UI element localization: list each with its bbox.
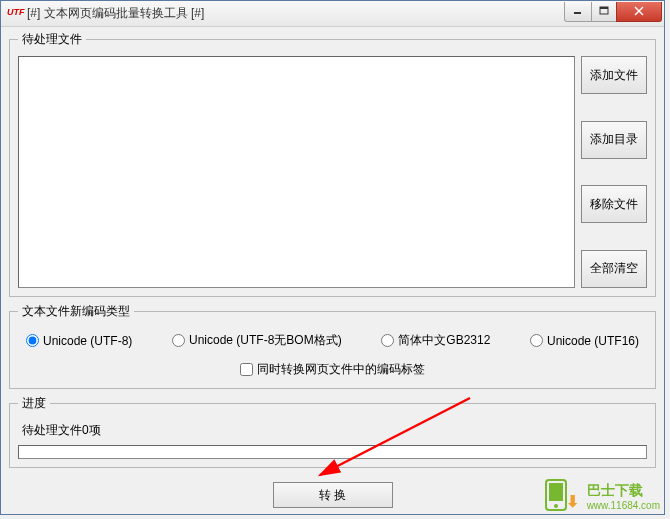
radio-gb2312-label: 简体中文GB2312 [398,332,490,349]
radio-utf8-input[interactable] [26,334,39,347]
convert-button[interactable]: 转 换 [273,482,393,508]
close-button[interactable] [616,2,662,22]
encoding-group: 文本文件新编码类型 Unicode (UTF-8) Unicode (UTF-8… [9,303,656,389]
radio-gb2312-input[interactable] [381,334,394,347]
window-title: [#] 文本网页编码批量转换工具 [#] [27,5,565,22]
radio-utf8-label: Unicode (UTF-8) [43,334,132,348]
file-listbox[interactable] [18,56,575,288]
files-group-label: 待处理文件 [18,31,86,48]
encoding-radios-row: Unicode (UTF-8) Unicode (UTF-8无BOM格式) 简体… [18,328,647,353]
watermark: ⬇ 巴士下载 www.11684.com [541,479,660,513]
clear-all-button[interactable]: 全部清空 [581,250,647,288]
progress-group: 进度 待处理文件0项 [9,395,656,468]
content-area: 待处理文件 添加文件 添加目录 移除文件 全部清空 文本文件新编码类型 Unic… [1,27,664,516]
progress-group-label: 进度 [18,395,50,412]
watermark-name: 巴士下载 [587,482,660,500]
convert-html-tag-label: 同时转换网页文件中的编码标签 [257,361,425,378]
file-buttons-column: 添加文件 添加目录 移除文件 全部清空 [581,56,647,288]
files-group: 待处理文件 添加文件 添加目录 移除文件 全部清空 [9,31,656,297]
minimize-button[interactable] [564,2,592,22]
radio-utf8[interactable]: Unicode (UTF-8) [26,334,132,348]
watermark-url: www.11684.com [587,500,660,511]
add-dir-button[interactable]: 添加目录 [581,121,647,159]
progress-bar [18,445,647,459]
checkbox-row: 同时转换网页文件中的编码标签 [18,353,647,380]
remove-file-button[interactable]: 移除文件 [581,185,647,223]
app-window: UTF [#] 文本网页编码批量转换工具 [#] 待处理文件 添加文件 添加目录… [0,0,665,515]
radio-gb2312[interactable]: 简体中文GB2312 [381,332,490,349]
encoding-group-label: 文本文件新编码类型 [18,303,134,320]
radio-utf8-nobom-input[interactable] [172,334,185,347]
app-icon: UTF [7,7,23,21]
radio-utf8-nobom[interactable]: Unicode (UTF-8无BOM格式) [172,332,342,349]
watermark-icon: ⬇ [541,479,581,513]
radio-utf8-nobom-label: Unicode (UTF-8无BOM格式) [189,332,342,349]
radio-utf16[interactable]: Unicode (UTF16) [530,334,639,348]
convert-html-tag-checkbox[interactable] [240,363,253,376]
titlebar[interactable]: UTF [#] 文本网页编码批量转换工具 [#] [1,1,664,27]
radio-utf16-label: Unicode (UTF16) [547,334,639,348]
radio-utf16-input[interactable] [530,334,543,347]
window-controls [565,2,662,22]
add-file-button[interactable]: 添加文件 [581,56,647,94]
maximize-button[interactable] [591,2,617,22]
progress-text: 待处理文件0项 [18,420,647,445]
